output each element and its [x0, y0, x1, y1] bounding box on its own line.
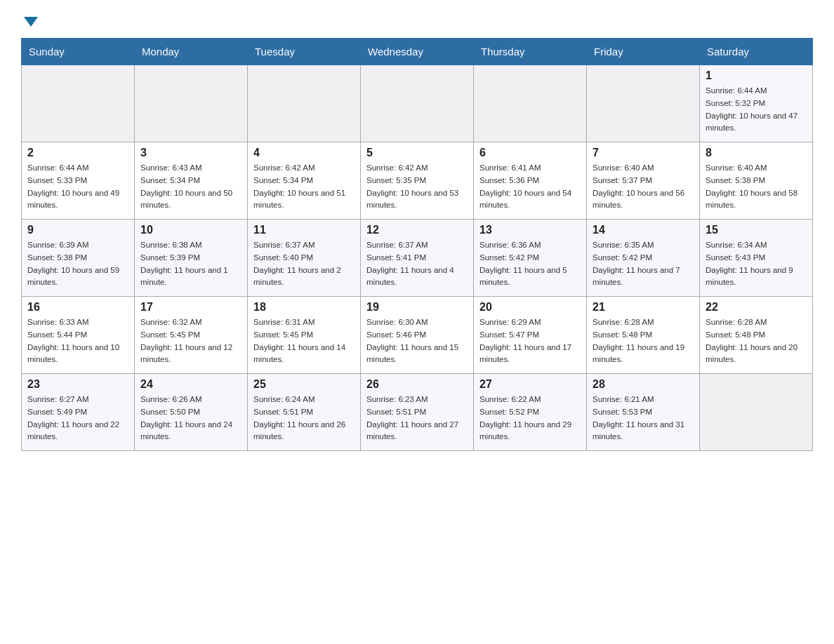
calendar-cell: 26Sunrise: 6:23 AM Sunset: 5:51 PM Dayli…	[361, 374, 474, 451]
day-number: 8	[706, 147, 807, 159]
calendar-cell: 27Sunrise: 6:22 AM Sunset: 5:52 PM Dayli…	[474, 374, 587, 451]
day-info: Sunrise: 6:44 AM Sunset: 5:32 PM Dayligh…	[706, 85, 807, 135]
day-info: Sunrise: 6:40 AM Sunset: 5:37 PM Dayligh…	[593, 162, 694, 212]
calendar-cell: 8Sunrise: 6:40 AM Sunset: 5:38 PM Daylig…	[700, 142, 813, 220]
day-info: Sunrise: 6:27 AM Sunset: 5:49 PM Dayligh…	[27, 394, 128, 443]
day-number: 22	[706, 301, 807, 314]
day-number: 26	[366, 378, 468, 391]
day-number: 11	[253, 224, 355, 236]
day-info: Sunrise: 6:36 AM Sunset: 5:42 PM Dayligh…	[479, 239, 581, 289]
day-info: Sunrise: 6:32 AM Sunset: 5:45 PM Dayligh…	[140, 316, 241, 366]
day-number: 4	[253, 147, 355, 159]
day-number: 10	[140, 224, 241, 236]
calendar-cell	[474, 65, 587, 142]
calendar-week-row: 23Sunrise: 6:27 AM Sunset: 5:49 PM Dayli…	[22, 374, 813, 451]
day-number: 20	[479, 301, 581, 314]
calendar-cell: 18Sunrise: 6:31 AM Sunset: 5:45 PM Dayli…	[248, 297, 361, 374]
calendar-cell: 24Sunrise: 6:26 AM Sunset: 5:50 PM Dayli…	[135, 374, 248, 451]
calendar-cell: 23Sunrise: 6:27 AM Sunset: 5:49 PM Dayli…	[22, 374, 135, 451]
day-of-week-header: Wednesday	[361, 39, 474, 65]
day-info: Sunrise: 6:44 AM Sunset: 5:33 PM Dayligh…	[27, 162, 128, 212]
calendar-cell	[587, 65, 700, 142]
day-number: 19	[366, 301, 468, 314]
calendar-cell: 20Sunrise: 6:29 AM Sunset: 5:47 PM Dayli…	[474, 297, 587, 374]
day-info: Sunrise: 6:40 AM Sunset: 5:38 PM Dayligh…	[706, 162, 807, 212]
day-of-week-header: Monday	[135, 39, 248, 65]
calendar-cell: 14Sunrise: 6:35 AM Sunset: 5:42 PM Dayli…	[587, 220, 700, 297]
day-info: Sunrise: 6:39 AM Sunset: 5:38 PM Dayligh…	[27, 239, 128, 289]
day-number: 14	[593, 224, 694, 236]
calendar-cell: 22Sunrise: 6:28 AM Sunset: 5:48 PM Dayli…	[700, 297, 813, 374]
day-number: 12	[366, 224, 468, 236]
calendar-cell	[248, 65, 361, 142]
day-info: Sunrise: 6:42 AM Sunset: 5:35 PM Dayligh…	[366, 162, 468, 212]
day-info: Sunrise: 6:21 AM Sunset: 5:53 PM Dayligh…	[593, 394, 694, 443]
day-number: 6	[479, 147, 581, 159]
logo	[21, 14, 38, 27]
day-number: 21	[593, 301, 694, 314]
calendar-cell: 16Sunrise: 6:33 AM Sunset: 5:44 PM Dayli…	[22, 297, 135, 374]
day-number: 2	[27, 147, 128, 159]
calendar-cell: 17Sunrise: 6:32 AM Sunset: 5:45 PM Dayli…	[135, 297, 248, 374]
day-number: 13	[479, 224, 581, 236]
day-info: Sunrise: 6:29 AM Sunset: 5:47 PM Dayligh…	[479, 316, 581, 366]
day-number: 17	[140, 301, 241, 314]
calendar-week-row: 2Sunrise: 6:44 AM Sunset: 5:33 PM Daylig…	[22, 142, 813, 220]
logo-general-text	[21, 14, 38, 27]
calendar-week-row: 1Sunrise: 6:44 AM Sunset: 5:32 PM Daylig…	[22, 65, 813, 142]
day-info: Sunrise: 6:38 AM Sunset: 5:39 PM Dayligh…	[140, 239, 241, 289]
calendar-cell: 6Sunrise: 6:41 AM Sunset: 5:36 PM Daylig…	[474, 142, 587, 220]
calendar-cell: 11Sunrise: 6:37 AM Sunset: 5:40 PM Dayli…	[248, 220, 361, 297]
calendar-header-row: SundayMondayTuesdayWednesdayThursdayFrid…	[22, 39, 813, 65]
day-number: 9	[27, 224, 128, 236]
day-number: 3	[140, 147, 241, 159]
calendar-cell: 25Sunrise: 6:24 AM Sunset: 5:51 PM Dayli…	[248, 374, 361, 451]
calendar-cell: 12Sunrise: 6:37 AM Sunset: 5:41 PM Dayli…	[361, 220, 474, 297]
calendar-week-row: 16Sunrise: 6:33 AM Sunset: 5:44 PM Dayli…	[22, 297, 813, 374]
day-of-week-header: Sunday	[22, 39, 135, 65]
calendar-cell: 4Sunrise: 6:42 AM Sunset: 5:34 PM Daylig…	[248, 142, 361, 220]
page-header	[21, 14, 813, 27]
day-of-week-header: Tuesday	[248, 39, 361, 65]
calendar-week-row: 9Sunrise: 6:39 AM Sunset: 5:38 PM Daylig…	[22, 220, 813, 297]
day-number: 24	[140, 378, 241, 391]
logo-arrow-icon	[24, 17, 38, 27]
day-info: Sunrise: 6:42 AM Sunset: 5:34 PM Dayligh…	[253, 162, 355, 212]
day-info: Sunrise: 6:23 AM Sunset: 5:51 PM Dayligh…	[366, 394, 468, 443]
calendar-cell: 3Sunrise: 6:43 AM Sunset: 5:34 PM Daylig…	[135, 142, 248, 220]
day-info: Sunrise: 6:26 AM Sunset: 5:50 PM Dayligh…	[140, 394, 241, 443]
calendar-table: SundayMondayTuesdayWednesdayThursdayFrid…	[21, 38, 813, 451]
calendar-cell: 5Sunrise: 6:42 AM Sunset: 5:35 PM Daylig…	[361, 142, 474, 220]
calendar-cell	[700, 374, 813, 451]
day-number: 5	[366, 147, 468, 159]
day-number: 15	[706, 224, 807, 236]
calendar-cell: 15Sunrise: 6:34 AM Sunset: 5:43 PM Dayli…	[700, 220, 813, 297]
day-number: 16	[27, 301, 128, 314]
calendar-cell: 1Sunrise: 6:44 AM Sunset: 5:32 PM Daylig…	[700, 65, 813, 142]
day-info: Sunrise: 6:28 AM Sunset: 5:48 PM Dayligh…	[593, 316, 694, 366]
day-number: 23	[27, 378, 128, 391]
calendar-cell	[22, 65, 135, 142]
day-of-week-header: Saturday	[700, 39, 813, 65]
day-info: Sunrise: 6:28 AM Sunset: 5:48 PM Dayligh…	[706, 316, 807, 366]
calendar-cell: 9Sunrise: 6:39 AM Sunset: 5:38 PM Daylig…	[22, 220, 135, 297]
calendar-cell: 21Sunrise: 6:28 AM Sunset: 5:48 PM Dayli…	[587, 297, 700, 374]
calendar-cell	[135, 65, 248, 142]
day-number: 18	[253, 301, 355, 314]
calendar-cell	[361, 65, 474, 142]
calendar-cell: 10Sunrise: 6:38 AM Sunset: 5:39 PM Dayli…	[135, 220, 248, 297]
day-info: Sunrise: 6:43 AM Sunset: 5:34 PM Dayligh…	[140, 162, 241, 212]
day-info: Sunrise: 6:34 AM Sunset: 5:43 PM Dayligh…	[706, 239, 807, 289]
calendar-cell: 7Sunrise: 6:40 AM Sunset: 5:37 PM Daylig…	[587, 142, 700, 220]
day-info: Sunrise: 6:37 AM Sunset: 5:41 PM Dayligh…	[366, 239, 468, 289]
day-of-week-header: Friday	[587, 39, 700, 65]
day-number: 27	[479, 378, 581, 391]
day-of-week-header: Thursday	[474, 39, 587, 65]
day-info: Sunrise: 6:33 AM Sunset: 5:44 PM Dayligh…	[27, 316, 128, 366]
day-info: Sunrise: 6:24 AM Sunset: 5:51 PM Dayligh…	[253, 394, 355, 443]
day-number: 1	[706, 69, 807, 82]
day-number: 28	[593, 378, 694, 391]
day-info: Sunrise: 6:41 AM Sunset: 5:36 PM Dayligh…	[479, 162, 581, 212]
day-number: 7	[593, 147, 694, 159]
calendar-cell: 19Sunrise: 6:30 AM Sunset: 5:46 PM Dayli…	[361, 297, 474, 374]
